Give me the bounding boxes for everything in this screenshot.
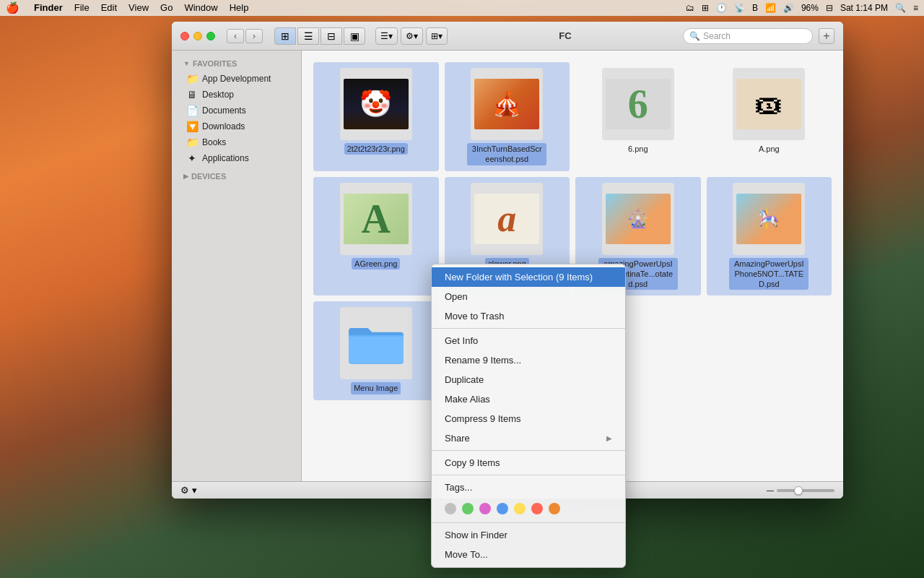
file-item[interactable]: 6 6.png (575, 62, 701, 171)
view-coverflow-button[interactable]: ▣ (344, 27, 365, 45)
sidebar-item-desktop[interactable]: 🖥 Desktop (172, 87, 301, 103)
num6-image: 6 (606, 79, 671, 129)
sidebar: ▼ Favorites 📁 App Development 🖥 Desktop … (172, 51, 302, 481)
menu-finder[interactable]: Finder (28, 0, 69, 16)
file-item[interactable]: 🎠 AmazingPowerUpsIPhone5NOT...TATED.psd (707, 177, 832, 296)
tag-color-dot[interactable] (462, 503, 474, 514)
ticket-image: 🎟 (736, 79, 801, 129)
sort-button[interactable]: ☰▾ (375, 27, 398, 45)
sidebar-item-label: Downloads (202, 121, 245, 131)
context-menu-item-label: Duplicate (445, 374, 484, 385)
apple-menu[interactable]: 🍎 (6, 1, 19, 14)
file-item[interactable]: 3InchTurnBasedScreenshot.psd (445, 62, 570, 171)
tag-color-dot[interactable] (531, 503, 543, 514)
add-button[interactable]: + (819, 28, 834, 44)
sidebar-item-books[interactable]: 📁 Books (172, 134, 301, 150)
context-menu-item-label: New Folder with Selection (9 Items) (445, 272, 593, 282)
sidebar-item-label: Applications (202, 153, 249, 163)
file-name: A.png (756, 143, 783, 155)
tag-color-dot[interactable] (497, 503, 508, 514)
context-menu-item[interactable]: Show in Finder (432, 525, 625, 545)
file-name: AGreen.png (352, 258, 400, 269)
sidebar-devices-header: ▶ Devices (172, 166, 301, 184)
file-item[interactable]: 2t2t2t23r23r.png (313, 62, 439, 171)
file-item[interactable]: 🎟 A.png (707, 62, 832, 171)
window-title: FC (453, 30, 677, 41)
menu-edit[interactable]: Edit (95, 0, 123, 16)
tag-color-dot[interactable] (445, 503, 456, 514)
gear-arrow: ▾ (192, 485, 197, 496)
context-menu-tags-item[interactable]: Tags... (432, 478, 625, 497)
sidebar-item-label: Desktop (202, 90, 234, 100)
menu-window[interactable]: Window (178, 0, 223, 16)
gear-button[interactable]: ⚙ ▾ (180, 485, 197, 496)
sidebar-item-downloads[interactable]: 🔽 Downloads (172, 118, 301, 134)
context-menu-item[interactable]: Compress 9 Items (432, 409, 625, 428)
context-menu-divider (432, 450, 625, 451)
downloads-icon: 🔽 (186, 121, 198, 132)
menubar-bluetooth-icon: B (752, 3, 758, 13)
menu-view[interactable]: View (123, 0, 154, 16)
search-bar[interactable]: 🔍 Search (683, 28, 813, 44)
context-menu-item[interactable]: Make Alias (432, 389, 625, 409)
slider-thumb (794, 486, 803, 495)
context-menu-item-label: Rename 9 Items... (445, 355, 521, 366)
menubar-finder-icon: 🗂 (686, 3, 694, 13)
context-menu-item[interactable]: Get Info (432, 331, 625, 350)
nav-buttons: ‹ › (227, 29, 263, 43)
forward-button[interactable]: › (245, 29, 263, 43)
file-item[interactable]: Menu Image (313, 301, 439, 400)
context-menu-item-label: Make Alias (445, 394, 490, 405)
file-name: 6.png (625, 143, 651, 155)
menubar-search-icon[interactable]: 🔍 (895, 3, 906, 13)
file-item[interactable]: A AGreen.png (313, 177, 439, 296)
tag-color-dot[interactable] (479, 503, 491, 514)
zoom-slider[interactable] (777, 489, 834, 492)
menubar-volume-icon: 🔊 (783, 3, 794, 13)
carnival-image (474, 79, 539, 129)
file-thumbnail (340, 68, 412, 140)
back-button[interactable]: ‹ (227, 29, 244, 43)
context-menu-divider (432, 328, 625, 329)
context-menu-item[interactable]: Rename 9 Items... (432, 350, 625, 370)
close-button[interactable] (180, 32, 189, 40)
books-icon: 📁 (186, 137, 198, 148)
sidebar-item-applications[interactable]: ✦ Applications (172, 150, 301, 166)
context-menu-item[interactable]: Open (432, 287, 625, 306)
tag-color-dot[interactable] (549, 503, 560, 514)
maximize-button[interactable] (206, 32, 215, 40)
file-thumbnail: a (471, 183, 543, 255)
layers-button[interactable]: ⊞▾ (426, 27, 448, 45)
menu-go[interactable]: Go (154, 0, 178, 16)
menubar: 🍎 Finder File Edit View Go Window Help 🗂… (0, 0, 924, 16)
context-menu-item[interactable]: New Folder with Selection (9 Items) (432, 267, 625, 287)
favorites-arrow: ▼ (183, 60, 190, 67)
minimize-button[interactable] (193, 32, 202, 40)
view-list-button[interactable]: ☰ (297, 27, 319, 45)
menubar-time-machine-icon: 🕐 (716, 3, 727, 13)
file-thumbnail: 🎡 (602, 183, 674, 255)
context-menu-item[interactable]: Duplicate (432, 370, 625, 389)
view-columns-button[interactable]: ⊟ (321, 27, 342, 45)
appdev-icon: 📁 (186, 73, 198, 85)
context-menu-item-label: Move to Trash (445, 311, 504, 322)
gear-icon: ⚙ (180, 485, 189, 496)
slider-container: — (767, 486, 834, 494)
traffic-lights (180, 32, 215, 40)
sidebar-item-documents[interactable]: 📄 Documents (172, 103, 301, 118)
sidebar-item-appdev[interactable]: 📁 App Development (172, 71, 301, 87)
context-menu-item-label: Get Info (445, 335, 478, 346)
view-icon-button[interactable]: ⊞ (274, 27, 296, 45)
sidebar-item-label: App Development (202, 74, 271, 84)
desktop-icon: 🖥 (186, 89, 198, 100)
context-menu-item[interactable]: Share▶ (432, 428, 625, 448)
menu-file[interactable]: File (69, 0, 95, 16)
menu-help[interactable]: Help (224, 0, 255, 16)
context-menu-item[interactable]: Move To... (432, 545, 625, 564)
context-menu-item[interactable]: Copy 9 Items (432, 453, 625, 473)
file-name: 3InchTurnBasedScreenshot.psd (467, 143, 546, 165)
tag-color-dot[interactable] (514, 503, 526, 514)
context-menu-tags-row (432, 497, 625, 520)
context-menu-item[interactable]: Move to Trash (432, 306, 625, 326)
action-button[interactable]: ⚙▾ (401, 27, 423, 45)
